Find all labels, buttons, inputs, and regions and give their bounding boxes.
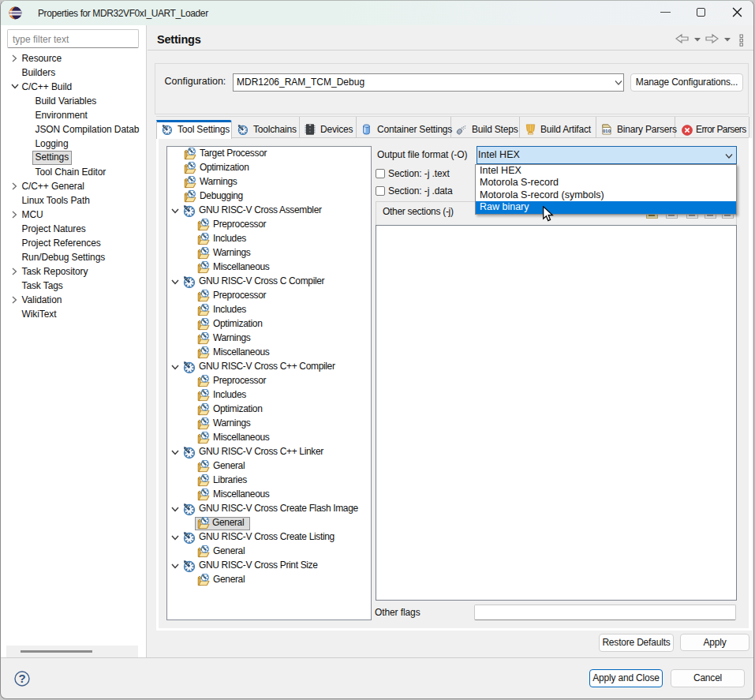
svg-text:?: ? [18,672,25,685]
svg-text:010: 010 [603,129,611,133]
